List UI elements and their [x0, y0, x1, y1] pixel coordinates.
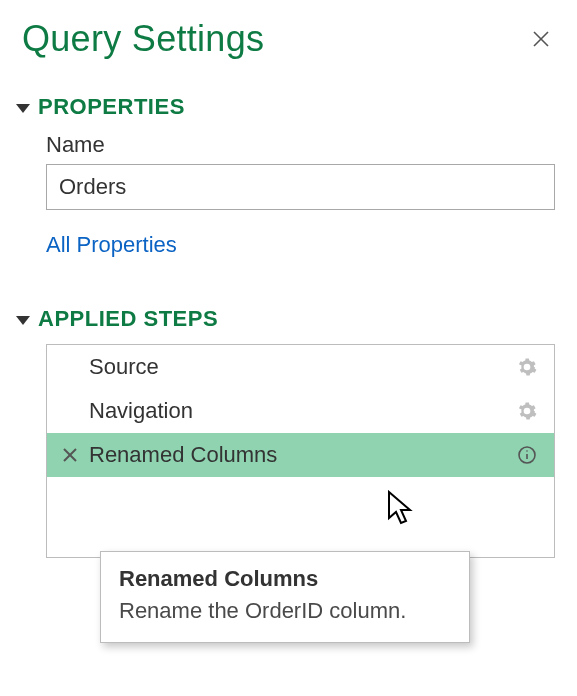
properties-section-label: PROPERTIES [38, 94, 185, 120]
collapse-triangle-icon [16, 104, 30, 113]
x-icon [63, 448, 77, 462]
svg-point-10 [526, 450, 528, 452]
close-icon [531, 29, 551, 49]
delete-step-button[interactable] [57, 442, 83, 468]
step-info-button[interactable] [514, 442, 540, 468]
tooltip-title: Renamed Columns [119, 566, 451, 592]
applied-steps-section: APPLIED STEPS Source Navigation [22, 306, 555, 558]
step-settings-button[interactable] [514, 354, 540, 380]
panel-header: Query Settings [22, 18, 555, 60]
step-row[interactable]: Navigation [47, 389, 554, 433]
step-row[interactable]: Renamed Columns [47, 433, 554, 477]
all-properties-link[interactable]: All Properties [46, 232, 177, 258]
panel-title: Query Settings [22, 18, 264, 60]
query-settings-panel: Query Settings PROPERTIES Name All Prope… [0, 0, 577, 558]
step-label: Navigation [83, 398, 514, 424]
applied-steps-section-label: APPLIED STEPS [38, 306, 218, 332]
info-icon [517, 445, 537, 465]
close-button[interactable] [527, 25, 555, 53]
step-row[interactable]: Source [47, 345, 554, 389]
properties-section-header[interactable]: PROPERTIES [16, 94, 555, 120]
gear-icon [517, 357, 537, 377]
applied-steps-section-header[interactable]: APPLIED STEPS [16, 306, 555, 332]
step-settings-button[interactable] [514, 398, 540, 424]
tooltip-description: Rename the OrderID column. [119, 598, 451, 624]
gear-icon [517, 401, 537, 421]
step-label: Source [83, 354, 514, 380]
step-tooltip: Renamed Columns Rename the OrderID colum… [100, 551, 470, 643]
applied-steps-list: Source Navigation Renamed Columns [46, 344, 555, 558]
collapse-triangle-icon [16, 316, 30, 325]
name-input[interactable] [46, 164, 555, 210]
name-field-label: Name [46, 132, 555, 158]
step-label: Renamed Columns [83, 442, 514, 468]
